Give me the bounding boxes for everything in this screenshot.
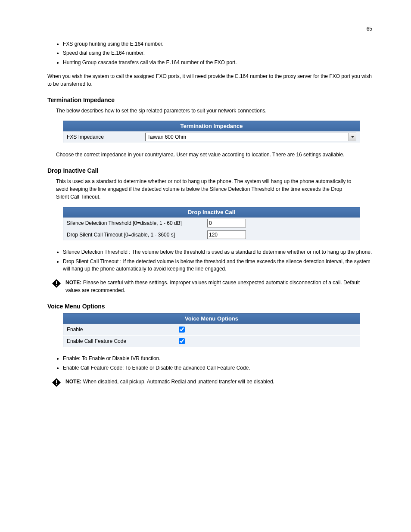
fxs-impedance-select[interactable]: Taiwan 600 Ohm (145, 133, 356, 141)
list-item: Silence Detection Threshold : The volume… (63, 249, 372, 256)
chevron-down-icon (349, 133, 356, 141)
drop-inactive-desc: This is used as a standard to determine … (56, 177, 355, 201)
drop-timeout-input[interactable] (207, 230, 246, 239)
drop-inactive-note: NOTE: Please be careful with these setti… (52, 279, 372, 294)
drop-inactive-bullets: Silence Detection Threshold : The volume… (39, 249, 372, 273)
list-item: FXS group hunting using the E.164 number… (63, 40, 372, 48)
voice-enable-checkbox[interactable] (179, 327, 185, 333)
list-item: Drop Silent Call Timeout : If the detect… (63, 258, 372, 273)
table-row: Drop Silent Call Timeout [0=disable, 1 -… (63, 229, 360, 241)
termination-impedance-title: Termination Impedance (47, 96, 372, 103)
voice-menu-bullets: Enable: To Enable or Disable IVR functio… (39, 355, 372, 372)
termination-impedance-after: Choose the correct impedance in your cou… (56, 151, 355, 159)
note-label: NOTE: (65, 379, 81, 385)
note-text-body: Please be careful with these settings. I… (65, 280, 360, 293)
voice-feature-code-label: Enable Call Feature Code (63, 336, 174, 347)
list-item: Speed dial using the E.164 number. (63, 50, 372, 57)
warning-icon (52, 378, 61, 389)
table-row: Enable (63, 324, 360, 336)
voice-menu-note: NOTE: When disabled, call pickup, Automa… (52, 378, 372, 389)
voice-feature-code-checkbox[interactable] (179, 338, 185, 344)
note-text-body: When disabled, call pickup, Automatic Re… (83, 379, 274, 385)
svg-rect-2 (56, 281, 57, 284)
silence-threshold-input[interactable] (207, 219, 246, 227)
table-row: Silence Detection Threshold [0=disable, … (63, 218, 360, 229)
page-number: 65 (39, 26, 372, 32)
table-header: Voice Menu Options (63, 314, 360, 324)
svg-rect-3 (56, 285, 57, 286)
svg-marker-0 (351, 136, 354, 138)
drop-timeout-label: Drop Silent Call Timeout [0=disable, 1 -… (63, 229, 204, 241)
table-row: FXS Impedance Taiwan 600 Ohm (63, 131, 360, 143)
list-item: Hunting Group cascade transfers call via… (63, 59, 372, 66)
table-row: Enable Call Feature Code (63, 336, 360, 347)
list-item: Enable: To Enable or Disable IVR functio… (63, 355, 372, 362)
voice-menu-table: Voice Menu Options Enable Enable Call Fe… (63, 313, 360, 347)
e164-bullet-list: FXS group hunting using the E.164 number… (39, 40, 372, 66)
drop-inactive-title: Drop Inactive Call (47, 167, 372, 174)
termination-impedance-table: Termination Impedance FXS Impedance Taiw… (63, 121, 360, 143)
warning-icon (52, 279, 61, 289)
voice-enable-label: Enable (63, 324, 174, 336)
voice-menu-title: Voice Menu Options (47, 303, 372, 310)
silence-threshold-label: Silence Detection Threshold [0=disable, … (63, 218, 204, 229)
fxs-impedance-label: FXS Impedance (63, 131, 142, 143)
list-item: Enable Call Feature Code: To Enable or D… (63, 364, 372, 372)
note-label: NOTE: (65, 280, 81, 286)
svg-rect-5 (56, 380, 57, 383)
fxs-impedance-value: Taiwan 600 Ohm (147, 134, 186, 140)
termination-impedance-desc: The below describes how to set the sip r… (56, 107, 355, 115)
e164-description: When you wish the system to call the ass… (47, 72, 372, 88)
table-header: Drop Inactive Call (63, 207, 360, 218)
table-header: Termination Impedance (63, 121, 360, 131)
svg-rect-6 (56, 384, 57, 385)
drop-inactive-table: Drop Inactive Call Silence Detection Thr… (63, 207, 360, 241)
